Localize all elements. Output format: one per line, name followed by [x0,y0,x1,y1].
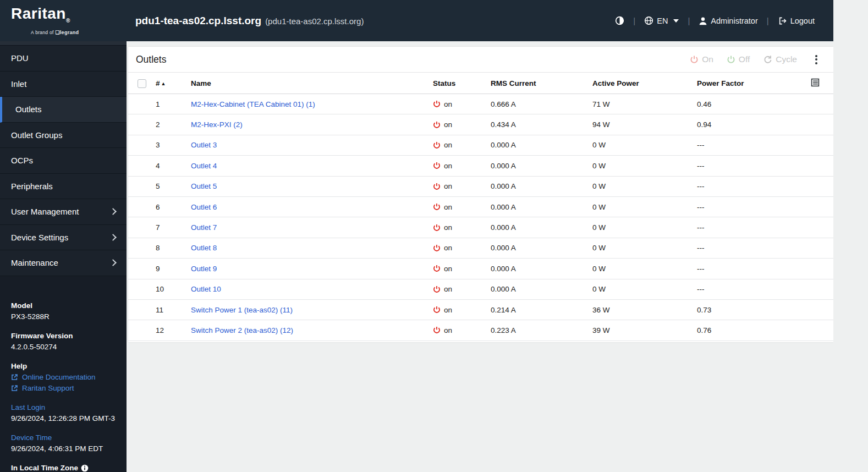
outlet-name-link[interactable]: Switch Power 2 (tea-as02) (12) [191,326,293,334]
column-active-power[interactable]: Active Power [592,73,697,94]
table-view-icon [811,78,820,87]
status-badge: on [433,100,491,108]
sidebar-item-peripherals[interactable]: Peripherals [0,174,127,200]
table-header-row: #▲ Name Status RMS Current Active Power … [128,73,833,94]
more-options-button[interactable] [811,54,821,65]
column-settings-button[interactable] [811,78,820,89]
table-row: 11 Switch Power 1 (tea-as02) (11) on 0.2… [128,299,833,320]
status-badge: on [433,223,491,232]
local-time-label: In Local Time Zone [11,463,117,472]
table-row: 6 Outlet 6 on 0.000 A 0 W --- [128,196,833,217]
language-selector[interactable]: EN [644,16,679,25]
outlet-name-link[interactable]: Outlet 9 [191,265,217,273]
power-on-icon [690,55,699,64]
outlet-name-link[interactable]: Outlet 10 [191,285,221,293]
status-badge: on [433,182,491,190]
page-title: pdu1-tea-as02.cp.lsst.org (pdu1-tea-as02… [127,15,615,27]
outlet-name-link[interactable]: Outlet 8 [191,244,217,252]
status-badge: on [433,162,491,170]
sidebar-item-pdu[interactable]: PDU [0,46,127,72]
sidebar-nav: PDUInletOutletsOutlet GroupsOCPsPeripher… [0,41,127,472]
off-button[interactable]: Off [727,54,750,64]
table-row: 2 M2-Hex-PXI (2) on 0.434 A 94 W 0.94 [128,114,833,135]
outlet-name-link[interactable]: Outlet 7 [191,223,217,232]
sidebar-item-outlets[interactable]: Outlets [0,97,127,123]
sidebar-item-label: Device Settings [11,233,68,242]
column-rms-current[interactable]: RMS Current [491,73,592,94]
select-all-checkbox[interactable] [138,79,146,88]
outlet-name-link[interactable]: Outlet 6 [191,203,217,211]
on-button[interactable]: On [690,54,713,64]
help-info: Help Online Documentation Raritan Suppor… [11,361,117,394]
device-hostname-sub: (pdu1-tea-as02.cp.lsst.org) [265,17,364,26]
outlet-name-link[interactable]: M2-Hex-PXI (2) [191,120,243,129]
raritan-logo[interactable]: Raritan® A brand of ❏legrand [0,0,127,41]
panel-header: Outlets On Off Cycle [128,47,833,73]
user-icon [699,17,707,25]
outlet-name-link[interactable]: Outlet 5 [191,182,217,190]
page-gutter [833,0,868,472]
power-status-icon [433,121,441,129]
language-label: EN [657,17,668,25]
table-row: 7 Outlet 7 on 0.000 A 0 W --- [128,217,833,238]
sidebar-item-label: PDU [11,53,29,63]
outlet-name-link[interactable]: M2-Hex-Cabinet (TEA Cabinet 01) (1) [191,100,315,108]
status-badge: on [433,141,491,149]
user-menu[interactable]: Administrator [699,17,757,25]
power-status-icon [433,162,441,169]
outlet-name-link[interactable]: Outlet 4 [191,162,217,170]
cycle-button[interactable]: Cycle [763,54,797,64]
table-row: 9 Outlet 9 on 0.000 A 0 W --- [128,259,833,279]
table-row: 3 Outlet 3 on 0.000 A 0 W --- [128,135,833,155]
sidebar-item-device-settings[interactable]: Device Settings [0,225,127,251]
power-status-icon [433,100,441,108]
online-documentation-link[interactable]: Online Documentation [11,372,117,383]
header-utilities: | EN | Administrator | Logout [615,16,833,25]
outlet-name-link[interactable]: Switch Power 1 (tea-as02) (11) [191,306,293,314]
power-status-icon [433,326,441,334]
info-icon[interactable] [81,464,89,472]
model-value: PX3-5288R [11,311,117,322]
device-hostname: pdu1-tea-as02.cp.lsst.org [135,15,261,27]
cycle-icon [763,55,772,64]
column-name[interactable]: Name [191,73,433,94]
device-time-label: Device Time [11,432,117,443]
raritan-support-link[interactable]: Raritan Support [11,383,117,394]
logout-button[interactable]: Logout [778,17,815,25]
external-link-icon [11,385,18,392]
sidebar-menu: PDUInletOutletsOutlet GroupsOCPsPeripher… [0,46,127,276]
theme-toggle-button[interactable] [615,16,624,25]
column-status[interactable]: Status [433,73,491,94]
power-status-icon [433,306,441,314]
brand-text: Raritan [11,5,66,22]
separator: | [766,16,770,25]
outlet-name-link[interactable]: Outlet 3 [191,141,217,149]
power-status-icon [433,183,441,190]
sidebar-item-label: Peripherals [11,182,53,191]
chevron-right-icon [109,259,117,266]
power-off-icon [727,55,735,64]
panel-title: Outlets [136,54,166,65]
sidebar-item-maintenance[interactable]: Maintenance [0,250,127,276]
sidebar-info-panel: Model PX3-5288R Firmware Version 4.2.0.5… [0,300,127,472]
sidebar-item-outlet-groups[interactable]: Outlet Groups [0,123,127,149]
column-power-factor[interactable]: Power Factor [697,73,811,94]
table-row: 4 Outlet 4 on 0.000 A 0 W --- [128,156,833,176]
table-row: 12 Switch Power 2 (tea-as02) (12) on 0.2… [128,320,833,341]
external-link-icon [11,374,18,381]
sidebar-item-inlet[interactable]: Inlet [0,72,127,97]
table-row: 1 M2-Hex-Cabinet (TEA Cabinet 01) (1) on… [128,94,833,114]
sidebar-item-user-management[interactable]: User Management [0,199,127,225]
status-badge: on [433,120,491,129]
user-name: Administrator [711,17,757,25]
power-status-icon [433,141,441,149]
column-number[interactable]: #▲ [156,73,191,94]
outlets-table-body: 1 M2-Hex-Cabinet (TEA Cabinet 01) (1) on… [128,94,833,341]
model-info: Model PX3-5288R [11,300,117,322]
sidebar-item-ocps[interactable]: OCPs [0,148,127,174]
model-label: Model [11,300,117,311]
last-login-value: 9/26/2024, 12:26:28 PM GMT-3 [11,413,117,424]
sort-ascending-icon: ▲ [161,81,166,86]
app-window: Raritan® A brand of ❏legrand pdu1-tea-as… [0,0,833,472]
power-status-icon [433,244,441,252]
